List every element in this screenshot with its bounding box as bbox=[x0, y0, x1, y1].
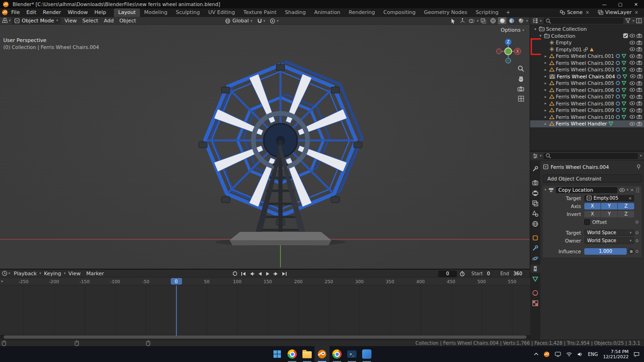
properties-tab-physics[interactable] bbox=[530, 254, 540, 263]
outliner-row-ferris-wheel-chairs-005[interactable]: ▸Ferris Wheel Chairs.005 bbox=[530, 80, 644, 87]
invert-z-toggle[interactable]: Z bbox=[618, 211, 634, 217]
pan-hand-icon[interactable] bbox=[518, 76, 524, 82]
expand-chevron-icon[interactable]: ▾ bbox=[545, 188, 546, 192]
visibility-eye-icon[interactable] bbox=[630, 108, 635, 112]
panel-layout-icon[interactable] bbox=[636, 18, 642, 23]
render-visibility-icon[interactable] bbox=[637, 61, 642, 65]
axis-z-toggle[interactable]: Z bbox=[618, 203, 634, 209]
extras-chevron-icon[interactable]: ▾ bbox=[627, 188, 629, 192]
workspace-tab-modeling[interactable]: Modeling bbox=[140, 8, 172, 17]
taskbar-app-chrome-profile[interactable] bbox=[329, 346, 344, 362]
expand-arrow[interactable]: ▸ bbox=[543, 101, 548, 105]
tray-blender-icon[interactable] bbox=[544, 351, 550, 357]
properties-tab-tool[interactable] bbox=[530, 165, 540, 173]
srend-icon[interactable] bbox=[517, 17, 525, 24]
timeline-menu-view[interactable]: View bbox=[66, 270, 84, 277]
current-frame-field[interactable]: 0 bbox=[438, 271, 457, 277]
action-center-icon[interactable] bbox=[634, 352, 639, 357]
menu-render[interactable]: Render bbox=[40, 9, 64, 16]
outliner-row-collection[interactable]: ▾Collection bbox=[530, 33, 644, 40]
language-indicator[interactable]: ENG bbox=[588, 352, 598, 357]
close-button[interactable]: ✕ bbox=[628, 0, 644, 8]
ferris-wheel-model[interactable] bbox=[0, 25, 530, 269]
smat-icon[interactable] bbox=[507, 17, 516, 24]
outliner-row-ferris-wheel-chairs-009[interactable]: ▸Ferris Wheel Chairs.009 bbox=[530, 107, 644, 114]
render-visibility-icon[interactable] bbox=[637, 41, 642, 45]
influence-slider[interactable]: 1.000 bbox=[584, 248, 627, 255]
viewport-menu-select[interactable]: Select bbox=[79, 17, 101, 24]
orientation-dropdown[interactable]: Global ▾ bbox=[225, 18, 252, 24]
auto-keying-icon[interactable] bbox=[460, 271, 465, 277]
tray-network-icon[interactable] bbox=[566, 352, 572, 356]
properties-tab-modifiers[interactable] bbox=[530, 244, 540, 252]
filter-funnel-icon[interactable] bbox=[625, 18, 630, 23]
animate-dot-icon[interactable] bbox=[636, 239, 638, 242]
viewlayer-remove-icon[interactable]: × bbox=[634, 10, 639, 15]
minimize-button[interactable]: — bbox=[596, 0, 612, 8]
tray-chevron-up-icon[interactable] bbox=[534, 353, 539, 355]
jump-to-start-button[interactable] bbox=[241, 272, 246, 276]
taskbar-app-chrome[interactable] bbox=[285, 346, 300, 362]
add-workspace-button[interactable]: + bbox=[503, 9, 513, 15]
tray-monitor-icon[interactable] bbox=[555, 352, 561, 357]
outliner-row-ferris-wheel-chairs-007[interactable]: ▸Ferris Wheel Chairs.007 bbox=[530, 93, 644, 100]
visibility-eye-icon[interactable] bbox=[630, 115, 635, 119]
snap-toggle[interactable]: ▾ bbox=[257, 18, 266, 24]
clear-target-icon[interactable]: × bbox=[628, 196, 632, 201]
visibility-eye-icon[interactable] bbox=[630, 68, 635, 72]
workspace-tab-compositing[interactable]: Compositing bbox=[379, 8, 420, 17]
animate-dot-icon[interactable] bbox=[636, 250, 638, 253]
timeline-editor-icon[interactable] bbox=[2, 271, 7, 276]
mode-dropdown[interactable]: Object Mode ▾ bbox=[12, 17, 61, 24]
render-visibility-icon[interactable] bbox=[637, 74, 643, 78]
visibility-eye-icon[interactable] bbox=[630, 81, 635, 85]
timeline-tracks[interactable] bbox=[0, 285, 530, 336]
drag-handle-icon[interactable] bbox=[636, 187, 640, 193]
overlays-icon[interactable] bbox=[468, 17, 476, 24]
taskbar-app-blender[interactable] bbox=[315, 346, 329, 362]
ssolid-icon[interactable] bbox=[498, 17, 506, 24]
workspace-tab-shading[interactable]: Shading bbox=[281, 8, 310, 17]
render-visibility-icon[interactable] bbox=[637, 34, 642, 38]
properties-tab-world[interactable] bbox=[530, 220, 540, 228]
animate-dot-icon[interactable] bbox=[636, 231, 638, 234]
timeline-scrollbar[interactable] bbox=[0, 335, 530, 339]
scene-unlink-icon[interactable]: × bbox=[584, 10, 590, 15]
visibility-eye-icon[interactable] bbox=[630, 101, 635, 105]
workspace-tab-animation[interactable]: Animation bbox=[310, 8, 344, 17]
playback-sync-icon[interactable] bbox=[232, 271, 238, 276]
constraint-enable-eye-icon[interactable] bbox=[619, 188, 625, 192]
taskbar-app-explorer[interactable] bbox=[300, 346, 315, 362]
play-button[interactable] bbox=[266, 272, 270, 276]
decouple-influence-icon[interactable]: ⊗ bbox=[628, 248, 634, 254]
timeline-ruler[interactable]: -250-200-150-100-50050100150200250300350… bbox=[0, 278, 530, 285]
proportional-edit-toggle[interactable]: ▾ bbox=[270, 18, 279, 24]
timeline-menu-playback[interactable]: Playback bbox=[11, 270, 40, 277]
properties-tab-scene[interactable] bbox=[530, 209, 540, 218]
visibility-eye-icon[interactable] bbox=[630, 88, 635, 92]
render-visibility-icon[interactable] bbox=[637, 115, 642, 119]
previous-keyframe-button[interactable] bbox=[249, 272, 254, 276]
playhead-line[interactable] bbox=[176, 285, 177, 336]
workspace-tab-rendering[interactable]: Rendering bbox=[344, 8, 379, 17]
owner-space-dropdown[interactable]: World Space ▾ bbox=[584, 237, 634, 244]
jump-to-end-button[interactable] bbox=[282, 272, 287, 276]
scene-selector[interactable]: Scene bbox=[567, 9, 583, 15]
visibility-eye-icon[interactable] bbox=[630, 122, 635, 126]
timeline-menu-keying[interactable]: Keying bbox=[41, 270, 64, 277]
viewport-menu-view[interactable]: View bbox=[62, 17, 79, 24]
workspace-tab-texture-paint[interactable]: Texture Paint bbox=[239, 8, 281, 17]
zoom-icon[interactable] bbox=[518, 65, 524, 72]
menu-file[interactable]: File bbox=[8, 9, 23, 16]
pin-icon[interactable] bbox=[636, 164, 641, 170]
viewport-menu-add[interactable]: Add bbox=[101, 17, 116, 24]
properties-tab-data[interactable] bbox=[530, 275, 540, 283]
taskbar-app-app-blue[interactable] bbox=[359, 346, 374, 362]
viewport-menu-object[interactable]: Object bbox=[117, 17, 139, 24]
render-visibility-icon[interactable] bbox=[637, 108, 642, 112]
navigation-gizmo[interactable]: ZX bbox=[495, 37, 521, 65]
offset-checkbox[interactable] bbox=[584, 219, 590, 225]
target-space-dropdown[interactable]: World Space ▾ bbox=[584, 230, 634, 236]
expand-arrow[interactable]: ▸ bbox=[543, 115, 548, 119]
editor-type-icon[interactable] bbox=[2, 18, 8, 23]
